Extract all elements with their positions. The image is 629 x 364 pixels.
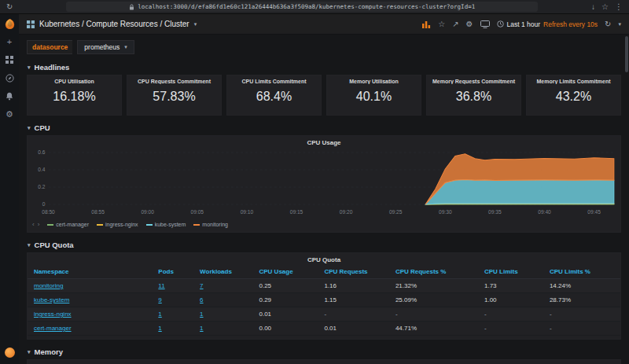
datasource-variable-dropdown[interactable]: prometheus ▾ [77,40,134,54]
legend-next-icon[interactable]: › [38,221,40,228]
legend-swatch [97,224,103,226]
legend-item-monitoring[interactable]: monitoring [193,222,228,227]
refresh-icon[interactable]: ↻ [605,20,611,28]
table-cell: - [543,307,620,322]
column-header[interactable]: CPU Usage [252,265,318,279]
section-header-headlines[interactable]: ▾ Headlines [27,60,621,75]
table-cell-link[interactable]: 1 [158,311,161,318]
svg-text:09:45: 09:45 [587,209,601,215]
browser-menu-icon[interactable]: ⋮ [615,3,623,11]
stat-value: 36.8% [427,90,520,104]
table-row: kube-system960.291.1525.09%1.0028.73% [28,293,620,307]
table-cell: 0.01 [318,322,388,336]
clock-icon [497,20,504,28]
memory-usage-panel-title[interactable]: Memory Usage (w/o cache) [28,360,620,364]
collapse-caret-icon: ▾ [28,125,31,131]
column-header[interactable]: CPU Requests % [389,265,478,279]
url-bar[interactable]: localhost:3000/d/efa86fd1e60c121a26444b6… [66,2,538,12]
download-icon[interactable]: ↓ [591,3,595,11]
table-cell: 1.73 [478,279,543,293]
svg-text:09:05: 09:05 [191,209,204,215]
table-cell: - [318,307,388,322]
stat-panel-title[interactable]: CPU Utilisation [28,75,121,84]
time-picker[interactable]: Last 1 hour Refresh every 10s [497,20,598,28]
table-row: cert-manager110.000.0144.71%-- [28,322,620,336]
stat-panel-title[interactable]: Memory Limits Commitment [527,75,620,84]
url-text: localhost:3000/d/efa86fd1e60c121a26444b6… [138,3,475,10]
settings-gear-icon[interactable]: ⚙ [466,20,473,28]
column-header[interactable]: Pods [152,265,193,279]
legend-item-kube-system[interactable]: kube-system [146,222,186,227]
svg-text:0.6: 0.6 [38,150,46,156]
stat-panel-title[interactable]: Memory Utilisation [327,75,421,84]
collapse-caret-icon: ▾ [28,349,31,355]
explore-icon[interactable] [3,72,16,83]
table-cell-link[interactable]: cert-manager [34,325,72,332]
dashboard-grid-icon [27,20,35,28]
scrollbar-thumb[interactable] [625,36,628,72]
legend-label: ingress-nginx [105,222,138,227]
cpu-usage-legend: ‹ › cert-manageringress-nginxkube-system… [28,220,620,230]
section-title: Memory [35,347,63,356]
datasource-variable-label: datasource [27,40,72,54]
table-cell: 28.73% [543,293,620,307]
dashboard-body: datasource prometheus ▾ ▾ Headlines CPU … [19,35,629,364]
configuration-gear-icon[interactable]: ⚙ [3,108,16,119]
create-icon[interactable]: + [3,36,16,47]
table-cell-link[interactable]: ingress-nginx [34,311,72,318]
dashboard-title[interactable]: Kubernetes / Compute Resources / Cluster [39,20,189,28]
cpu-usage-panel-title[interactable]: CPU Usage [28,136,620,148]
legend-item-cert-manager[interactable]: cert-manager [47,222,89,227]
cpu-usage-chart[interactable]: 00.20.40.608:5008:5509:0009:0509:1009:15… [28,148,620,220]
section-header-memory[interactable]: ▾ Memory [27,344,621,359]
datasource-value: prometheus [84,43,120,51]
dashboards-icon[interactable] [3,54,16,65]
column-header[interactable]: CPU Requests [318,265,388,279]
section-header-cpu-quota[interactable]: ▾ CPU Quota [27,237,621,252]
legend-swatch [193,224,200,226]
alerting-bell-icon[interactable] [3,90,16,101]
table-cell-link[interactable]: 1 [200,325,203,332]
stat-panel-title[interactable]: CPU Limits Commitment [227,75,321,84]
column-header[interactable]: CPU Limits [478,265,543,279]
legend-swatch [47,224,53,226]
stat-panel: CPU Utilisation16.18% [27,75,122,116]
svg-text:09:30: 09:30 [439,209,452,215]
table-cell: 0.29 [252,293,318,307]
user-avatar[interactable] [5,347,15,358]
browser-reload-icon[interactable]: ↻ [6,3,13,11]
legend-prev-icon[interactable]: ‹ [32,221,35,228]
column-header[interactable]: Namespace [28,265,152,279]
cpu-quota-panel-title[interactable]: CPU Quota [28,253,620,265]
table-cell: - [543,322,620,336]
svg-text:08:55: 08:55 [91,209,105,215]
table-cell-link[interactable]: kube-system [34,296,69,303]
table-cell-link[interactable]: 11 [158,282,164,289]
table-cell-link[interactable]: 1 [158,325,161,332]
stat-panel-title[interactable]: Memory Requests Commitment [427,75,520,84]
section-header-cpu[interactable]: ▾ CPU [27,120,621,135]
table-cell-link[interactable]: monitoring [34,282,63,289]
bookmark-star-icon[interactable]: ☆ [601,3,609,11]
column-header[interactable]: Workloads [193,265,252,279]
add-panel-icon[interactable] [422,20,431,28]
legend-item-ingress-nginx[interactable]: ingress-nginx [97,222,138,227]
table-cell-link[interactable]: 6 [200,296,203,303]
star-icon[interactable]: ☆ [438,20,445,28]
table-cell-link[interactable]: 9 [158,296,161,303]
share-icon[interactable]: ↗ [452,20,458,28]
table-cell-link[interactable]: 7 [200,282,203,289]
grafana-logo[interactable] [3,18,16,29]
stat-panel-title[interactable]: CPU Requests Commitment [127,75,221,84]
stat-value: 43.2% [527,90,620,104]
refresh-caret-icon[interactable]: ▾ [618,21,621,28]
cycle-view-tv-icon[interactable] [480,20,490,28]
template-variables-row: datasource prometheus ▾ [27,40,621,54]
column-header[interactable]: CPU Limits % [543,265,620,279]
table-cell-link[interactable]: 1 [200,311,203,318]
legend-label: kube-system [155,222,186,227]
table-cell: 0.01 [252,307,318,322]
stat-panel: Memory Utilisation40.1% [326,75,421,116]
table-cell: - [478,307,543,322]
dashboard-title-caret-icon[interactable]: ▾ [194,21,197,28]
